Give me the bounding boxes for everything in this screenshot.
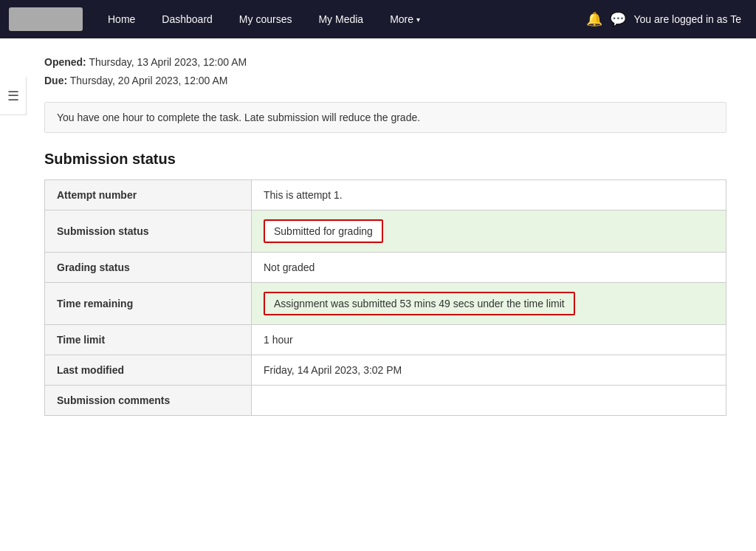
submission-status-heading: Submission status [44,151,726,168]
submission-status-label: Submission status [45,211,252,253]
table-row-submission-status: Submission status Submitted for grading [45,211,726,253]
time-remaining-badge: Assignment was submitted 53 mins 49 secs… [264,292,575,315]
date-info: Opened: Thursday, 13 April 2023, 12:00 A… [44,53,726,90]
table-row-submission-comments: Submission comments [45,386,726,416]
opened-value: Thursday, 13 April 2023, 12:00 AM [89,56,247,68]
nav-links: Home Dashboard My courses My Media More … [94,0,586,38]
opened-label: Opened: [44,56,86,68]
notice-text: You have one hour to complete the task. … [57,112,420,123]
more-label: More [390,13,413,25]
sidebar-toggle-button[interactable]: ☰ [0,77,27,115]
nav-item-dashboard[interactable]: Dashboard [148,0,226,38]
content-wrapper: ☰ Opened: Thursday, 13 April 2023, 12:00… [0,38,756,431]
time-limit-value: 1 hour [252,325,726,355]
bell-icon[interactable]: 🔔 [586,11,602,27]
submission-comments-value [252,386,726,416]
nav-item-more[interactable]: More ▾ [377,0,433,38]
submission-status-section: Submission status Attempt number This is… [44,151,726,416]
due-date-line: Due: Thursday, 20 April 2023, 12:00 AM [44,72,726,90]
notice-box: You have one hour to complete the task. … [44,102,726,133]
user-status-text: You are logged in as Te [633,13,741,25]
table-row-attempt-number: Attempt number This is attempt 1. [45,180,726,211]
hamburger-icon: ☰ [7,88,19,104]
nav-item-home[interactable]: Home [94,0,148,38]
opened-date-line: Opened: Thursday, 13 April 2023, 12:00 A… [44,53,726,72]
grading-status-label: Grading status [45,253,252,283]
message-icon[interactable]: 💬 [610,11,626,27]
due-value: Thursday, 20 April 2023, 12:00 AM [70,75,228,86]
main-content: Opened: Thursday, 13 April 2023, 12:00 A… [0,38,756,431]
site-logo [9,7,83,31]
nav-right: 🔔 💬 You are logged in as Te [586,11,747,27]
due-label: Due: [44,75,67,86]
time-remaining-value: Assignment was submitted 53 mins 49 secs… [252,283,726,325]
attempt-number-value: This is attempt 1. [252,180,726,211]
nav-item-my-media[interactable]: My Media [305,0,377,38]
table-row-time-remaining: Time remaining Assignment was submitted … [45,283,726,325]
chevron-down-icon: ▾ [416,16,420,24]
submission-comments-label: Submission comments [45,386,252,416]
attempt-number-label: Attempt number [45,180,252,211]
table-row-grading-status: Grading status Not graded [45,253,726,283]
table-row-last-modified: Last modified Friday, 14 April 2023, 3:0… [45,355,726,386]
nav-item-my-courses[interactable]: My courses [226,0,306,38]
submission-status-table: Attempt number This is attempt 1. Submis… [44,179,726,416]
last-modified-value: Friday, 14 April 2023, 3:02 PM [252,355,726,386]
time-limit-label: Time limit [45,325,252,355]
navbar: Home Dashboard My courses My Media More … [0,0,756,38]
submission-status-value: Submitted for grading [252,211,726,253]
table-row-time-limit: Time limit 1 hour [45,325,726,355]
submitted-for-grading-badge: Submitted for grading [264,219,383,243]
grading-status-value: Not graded [252,253,726,283]
last-modified-label: Last modified [45,355,252,386]
time-remaining-label: Time remaining [45,283,252,325]
